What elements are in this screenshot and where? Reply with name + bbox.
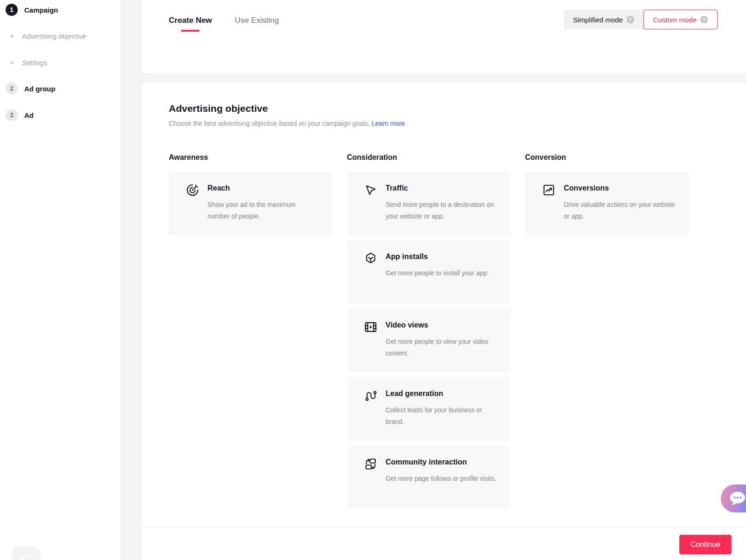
campaign-tabs: Create New Use Existing [169,16,279,32]
column-header: Consideration [347,153,511,162]
traffic-icon [364,183,378,197]
objective-column-awareness: Awareness Reach Show your ad to the maxi… [169,153,332,240]
footer-divider [142,527,746,527]
chat-widget-button[interactable] [721,485,746,512]
step-label: Ad [24,111,34,119]
simplified-mode-button[interactable]: Simplified mode ? [564,10,643,29]
reach-icon [186,183,200,197]
card-description: Drive valuable actions on your website o… [564,199,676,222]
card-description: Get more people to install your app. [386,267,497,279]
card-title: Conversions [564,184,609,192]
sidebar-step-ad[interactable]: 3 Ad [0,109,34,121]
subtitle-text: Choose the best advertising objective ba… [169,120,370,127]
substep-dot [10,61,14,64]
objective-columns: Awareness Reach Show your ad to the maxi… [169,153,689,514]
objective-column-conversion: Conversion Conversions Drive valuable ac… [525,153,689,240]
mode-switch: Simplified mode ? Custom mode ? [564,10,718,29]
substep-label: Advertising objective [22,32,86,40]
steps-sidebar: 1 Campaign Advertising objective Setting… [0,0,120,560]
community-interaction-icon [364,457,378,471]
conversions-icon [542,183,556,197]
campaign-header-panel: Create New Use Existing Simplified mode … [142,0,746,74]
objective-card-app-installs[interactable]: App installs Get more people to install … [347,240,511,304]
continue-button[interactable]: Continue [679,535,732,554]
card-description: Collect leads for your business or brand… [386,404,497,428]
card-title: App installs [386,253,428,261]
step-label: Ad group [24,85,55,93]
card-title: Reach [207,184,230,192]
tab-label: Use Existing [235,16,279,25]
brand-watermark-icon: C [12,546,41,560]
sidebar-substep-advertising-objective[interactable]: Advertising objective [0,30,86,42]
sidebar-step-ad-group[interactable]: 2 Ad group [0,82,55,95]
objective-card-traffic[interactable]: Traffic Send more people to a destinatio… [347,172,511,235]
card-description: Get more page follows or profile visits. [386,473,497,485]
tab-create-new[interactable]: Create New [169,16,212,32]
substep-dot [10,34,14,38]
help-icon[interactable]: ? [700,16,708,23]
objective-card-video-views[interactable]: Video views Get more people to view your… [347,309,511,372]
card-description: Get more people to view your video conte… [386,336,497,359]
tab-label: Create New [169,16,212,25]
sidebar-step-campaign[interactable]: 1 Campaign [0,4,58,16]
card-title: Community interaction [386,458,467,466]
advertising-objective-panel: Advertising objective Choose the best ad… [142,82,746,560]
column-header: Awareness [169,153,332,162]
card-description: Send more people to a destination on you… [386,199,497,222]
card-title: Traffic [386,184,408,192]
substep-label: Settings [22,59,47,67]
step-number-badge: 1 [6,4,18,16]
custom-mode-button[interactable]: Custom mode ? [643,10,718,29]
card-title: Lead generation [386,389,443,398]
objective-card-conversions[interactable]: Conversions Drive valuable actions on yo… [525,172,689,235]
objective-column-consideration: Consideration Traffic Send more people t… [347,153,511,514]
mode-label: Custom mode [653,16,697,24]
active-tab-underline [181,30,200,32]
learn-more-link[interactable]: Learn more [372,120,405,127]
tab-use-existing[interactable]: Use Existing [235,16,279,32]
page-subtitle: Choose the best advertising objective ba… [169,120,405,127]
step-label: Campaign [24,6,58,14]
column-header: Conversion [525,153,689,162]
objective-card-reach[interactable]: Reach Show your ad to the maximum number… [169,172,332,235]
card-title: Video views [386,321,428,329]
mode-label: Simplified mode [573,16,623,24]
video-views-icon [364,320,378,334]
objective-card-lead-generation[interactable]: Lead generation Collect leads for your b… [347,377,511,441]
card-description: Show your ad to the maximum number of pe… [207,199,319,222]
app-installs-icon [364,252,378,266]
lead-generation-icon [364,389,378,403]
step-number-badge: 3 [6,109,18,121]
help-icon[interactable]: ? [627,16,634,23]
objective-card-community-interaction[interactable]: Community interaction Get more page foll… [347,446,511,509]
sidebar-substep-settings[interactable]: Settings [0,56,47,68]
page-title: Advertising objective [169,103,268,114]
step-number-badge: 2 [6,82,18,95]
